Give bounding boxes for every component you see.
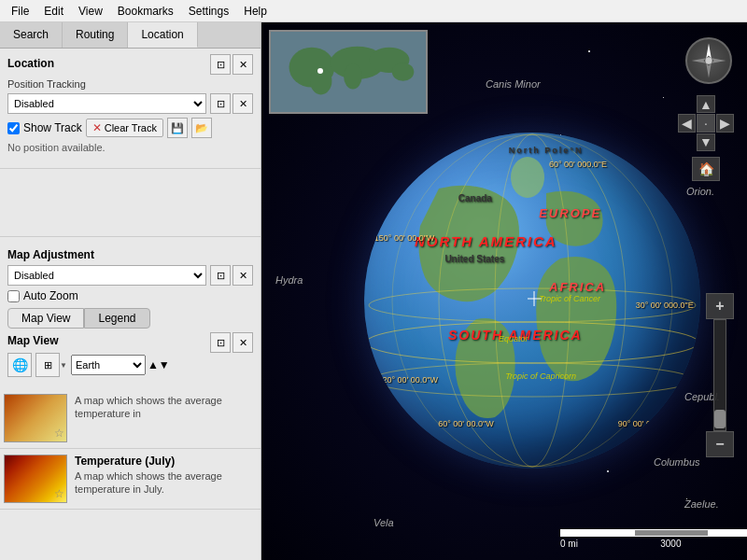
label-africa: AFRICA [549, 280, 606, 294]
zoom-slider[interactable] [713, 319, 726, 431]
star-7 [607, 470, 609, 472]
theme-thumb-2: ☆ [4, 455, 67, 503]
tracking-expand-btn[interactable]: ⊡ [210, 93, 231, 114]
coord-top-left: 150° 00' 00.0"W [374, 233, 435, 243]
constellation-vela: Vela [374, 517, 394, 528]
coord-right: 30° 00' 000.0"E [636, 301, 694, 310]
spacer-1 [0, 175, 261, 231]
show-track-checkbox-label[interactable]: Show Track [7, 121, 82, 134]
sub-tab-legend[interactable]: Legend [84, 308, 149, 329]
map-view-label: Map View [7, 334, 58, 347]
zoom-controls: + − [706, 293, 734, 457]
position-status: No position available. [7, 142, 253, 153]
constellation-zaelue: Zaelue. [684, 498, 719, 510]
scale-labels: 0 mi 3000 6000 [560, 539, 747, 549]
map-adjustment-dropdown[interactable]: Disabled Enabled [7, 265, 206, 286]
tracking-dropdown[interactable]: Disabled Always When Visible [7, 93, 206, 114]
label-europe: EUROPE [539, 206, 601, 220]
map-adjustment-label: Map Adjustment [7, 248, 253, 261]
theme-name-2: Temperature (July) [75, 455, 257, 468]
svg-marker-12 [712, 58, 726, 63]
left-panel: Search Routing Location Location ⊡ ✕ Pos… [0, 22, 261, 560]
mini-world-image [271, 32, 426, 112]
grid-dropdown: ⊞ ▼ [35, 353, 67, 377]
nav-right-btn[interactable]: ▶ [716, 114, 734, 132]
map-area: NORTH AMERICA EUROPE SOUTH AMERICA AFRIC… [261, 22, 747, 560]
clear-icon: ✕ [92, 121, 102, 134]
save-track-btn[interactable]: 💾 [167, 118, 188, 138]
menubar: File Edit View Bookmarks Settings Help [0, 0, 747, 22]
position-tracking-label: Position Tracking [7, 78, 253, 90]
map-view-icons: ⊡ ✕ [210, 332, 253, 353]
constellation-orion: Orion. [686, 186, 714, 197]
theme-desc-2: A map which shows the average temperatur… [75, 469, 257, 497]
label-north-pole: North Pole°N [509, 146, 584, 155]
zoom-slider-handle[interactable] [714, 410, 726, 428]
menu-view[interactable]: View [71, 3, 110, 20]
location-collapse-btn[interactable]: ⊡ [210, 54, 231, 75]
star-1 [588, 50, 590, 52]
constellation-columbus: Columbus [654, 456, 700, 468]
globe[interactable]: NORTH AMERICA EUROPE SOUTH AMERICA AFRIC… [364, 133, 700, 469]
divider-1 [0, 168, 261, 169]
tab-location[interactable]: Location [128, 22, 197, 48]
nav-center-btn[interactable]: · [697, 114, 714, 132]
theme-star-2[interactable]: ☆ [54, 487, 64, 500]
auto-zoom-checkbox[interactable] [7, 290, 20, 302]
clear-track-label: Clear Track [105, 122, 157, 133]
map-adj-control-row: Disabled Enabled ⊡ ✕ [7, 265, 253, 286]
mini-world-map [269, 30, 428, 114]
auto-zoom-checkbox-label[interactable]: Auto Zoom [7, 289, 78, 302]
constellation-canis-minor: Canis Minor [486, 78, 541, 90]
nav-down-btn[interactable]: ▼ [697, 133, 714, 151]
grid-view-btn[interactable]: ⊞ [35, 353, 60, 377]
tab-routing[interactable]: Routing [63, 22, 128, 48]
show-track-checkbox[interactable] [7, 122, 20, 134]
location-close-btn[interactable]: ✕ [233, 54, 253, 75]
star-2 [663, 97, 664, 98]
map-view-controls: 🌐 ⊞ ▼ Earth Moon Mars ▲▼ [7, 353, 253, 377]
svg-point-0 [511, 157, 544, 198]
grid-dropdown-arrow[interactable]: ▼ [60, 361, 67, 370]
theme-thumb-1: ☆ [4, 394, 67, 442]
nav-up-btn[interactable]: ▲ [697, 95, 714, 113]
tab-search[interactable]: Search [0, 22, 63, 48]
nav-left-btn[interactable]: ◀ [678, 114, 696, 132]
clear-track-button[interactable]: ✕ Clear Track [86, 119, 163, 137]
map-view-close-btn[interactable]: ✕ [233, 332, 253, 353]
menu-bookmarks[interactable]: Bookmarks [110, 3, 181, 20]
sub-tab-bar: Map View Legend [7, 308, 253, 329]
location-title: Location [7, 57, 54, 70]
theme-star-1[interactable]: ☆ [54, 427, 64, 440]
globe-view-btn[interactable]: 🌐 [7, 353, 32, 377]
map-adj-close-btn[interactable]: ✕ [233, 265, 253, 286]
map-view-controls-inner: Map View ⊡ ✕ [7, 332, 253, 353]
sub-tab-map-view[interactable]: Map View [7, 308, 84, 329]
menu-help[interactable]: Help [236, 3, 275, 20]
theme-list: ☆ A map which shows the average temperat… [0, 388, 261, 510]
svg-point-13 [705, 57, 712, 63]
map-view-expand-btn[interactable]: ⊡ [210, 332, 231, 353]
menu-edit[interactable]: Edit [36, 3, 71, 20]
theme-info-2: Temperature (July) A map which shows the… [75, 455, 257, 497]
theme-item-2[interactable]: ☆ Temperature (July) A map which shows t… [0, 449, 261, 510]
globe-container: NORTH AMERICA EUROPE SOUTH AMERICA AFRIC… [364, 133, 700, 469]
zoom-in-btn[interactable]: + [706, 293, 734, 319]
map-adj-expand-btn[interactable]: ⊡ [210, 265, 231, 286]
menu-file[interactable]: File [4, 3, 36, 20]
svg-marker-9 [706, 44, 712, 59]
earth-dropdown[interactable]: Earth Moon Mars [71, 355, 146, 375]
earth-arrow-icon: ▲▼ [148, 358, 170, 371]
track-controls-row: Show Track ✕ Clear Track 💾 📂 [7, 118, 253, 138]
compass [685, 37, 732, 84]
scale-label-0: 0 mi [560, 539, 578, 549]
zoom-out-btn[interactable]: − [706, 431, 734, 457]
label-equator: Equator [499, 334, 529, 343]
label-north-america: NORTH AMERICA [415, 233, 557, 249]
tracking-close-btn[interactable]: ✕ [233, 93, 253, 114]
theme-item-1[interactable]: ☆ A map which shows the average temperat… [0, 388, 261, 449]
divider-2 [0, 236, 261, 237]
load-track-btn[interactable]: 📂 [191, 118, 212, 138]
home-button[interactable]: 🏠 [692, 157, 720, 181]
menu-settings[interactable]: Settings [181, 3, 236, 20]
